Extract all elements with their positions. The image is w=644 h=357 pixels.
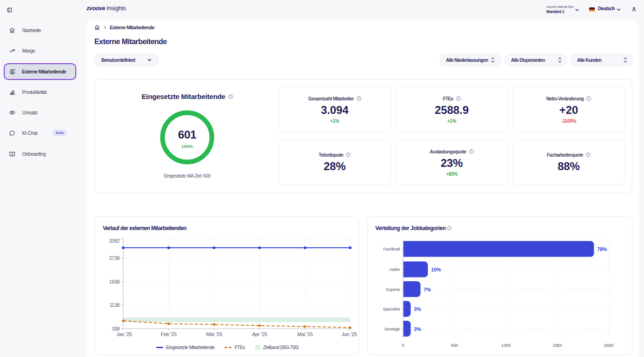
svg-text:0: 0 bbox=[402, 343, 404, 348]
svg-text:Fachkraft: Fachkraft bbox=[383, 247, 400, 251]
svg-text:Apr '25: Apr '25 bbox=[252, 331, 267, 337]
svg-text:7%: 7% bbox=[424, 287, 431, 292]
svg-text:Mär '25: Mär '25 bbox=[206, 331, 222, 337]
svg-text:Feb '25: Feb '25 bbox=[160, 331, 176, 337]
svg-text:3392: 3392 bbox=[109, 238, 120, 244]
svg-text:Jun '25: Jun '25 bbox=[341, 331, 357, 337]
svg-text:Sonstige: Sonstige bbox=[385, 327, 400, 331]
svg-text:1938: 1938 bbox=[109, 279, 120, 284]
svg-text:Helfer: Helfer bbox=[389, 267, 400, 272]
svg-text:1950: 1950 bbox=[552, 343, 562, 348]
svg-text:Spezialist: Spezialist bbox=[383, 307, 400, 311]
svg-text:1300: 1300 bbox=[501, 343, 511, 348]
svg-text:Jan '25: Jan '25 bbox=[116, 331, 132, 337]
svg-text:2600: 2600 bbox=[604, 343, 613, 348]
svg-text:Experte: Experte bbox=[386, 287, 400, 292]
svg-text:2738: 2738 bbox=[109, 255, 120, 261]
svg-text:650: 650 bbox=[451, 343, 458, 348]
svg-text:3%: 3% bbox=[414, 306, 421, 312]
svg-text:Mai '25: Mai '25 bbox=[297, 331, 312, 337]
svg-text:338: 338 bbox=[112, 326, 120, 331]
svg-text:1138: 1138 bbox=[110, 302, 120, 308]
svg-text:78%: 78% bbox=[597, 246, 607, 252]
svg-text:10%: 10% bbox=[431, 267, 441, 272]
svg-text:3%: 3% bbox=[414, 326, 421, 332]
